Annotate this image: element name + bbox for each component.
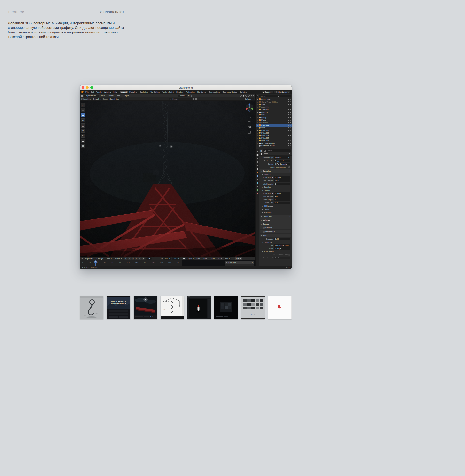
- property-value[interactable]: 800: [274, 195, 290, 198]
- play-button[interactable]: ▶: [135, 257, 138, 260]
- outliner-row[interactable]: Crane Tower_hidden: [255, 101, 292, 103]
- close-button[interactable]: [82, 86, 84, 89]
- property-value[interactable]: GPU Compute: [274, 163, 290, 165]
- workspace-tab[interactable]: Animation: [185, 91, 196, 93]
- outliner-row[interactable]: DCL-Master-Data: [255, 142, 292, 145]
- jump-to-end-button[interactable]: ⇥: [141, 257, 145, 260]
- properties-tab[interactable]: [256, 189, 259, 192]
- disclosure-icon[interactable]: [262, 189, 263, 191]
- move-tool[interactable]: ✥: [81, 113, 85, 117]
- property-row[interactable]: Denoise: [260, 204, 291, 208]
- workspace-tab[interactable]: UV Editing: [149, 91, 161, 93]
- property-value[interactable]: 1.00: [274, 238, 290, 240]
- visibility-toggles[interactable]: [288, 104, 291, 105]
- outliner-filter-icon[interactable]: [278, 96, 279, 97]
- disclosure-icon[interactable]: [261, 235, 262, 236]
- outliner-row[interactable]: Crane Tower: [255, 98, 292, 101]
- properties-tab[interactable]: [256, 182, 259, 185]
- property-checkbox[interactable]: [263, 227, 265, 229]
- property-row[interactable]: Transparent Glass: [260, 253, 291, 256]
- window-titlebar[interactable]: crane.blend: [80, 85, 292, 90]
- property-row[interactable]: Min Samples 0: [260, 182, 291, 186]
- disclosure-icon[interactable]: [261, 231, 262, 232]
- visibility-toggles[interactable]: [288, 145, 291, 146]
- menu-item[interactable]: Node: [217, 257, 223, 260]
- end-frame-field[interactable]: End250: [172, 257, 180, 260]
- property-row[interactable]: Open Shading Lang...: [260, 166, 291, 169]
- properties-tab[interactable]: [256, 185, 259, 188]
- rendered-shading-icon[interactable]: [248, 95, 250, 97]
- blender-logo-icon[interactable]: [81, 91, 84, 93]
- visibility-toggles[interactable]: [288, 114, 291, 115]
- scale-tool[interactable]: ◱: [81, 123, 85, 128]
- options-dropdown[interactable]: Options: [244, 98, 254, 100]
- property-row[interactable]: Advanced: [260, 211, 291, 214]
- properties-tab[interactable]: [256, 178, 259, 181]
- disclosure-icon[interactable]: [261, 219, 262, 221]
- solid-shading-icon[interactable]: [243, 95, 244, 97]
- visibility-toggles[interactable]: [288, 109, 291, 110]
- property-row[interactable]: Viewport: [260, 173, 291, 176]
- menu-item[interactable]: Keying: [96, 257, 104, 260]
- property-row[interactable]: Type Blackman-Harris: [260, 244, 291, 247]
- disclosure-icon[interactable]: [262, 174, 263, 175]
- pin-icon[interactable]: [289, 153, 290, 155]
- disclosure-icon[interactable]: [262, 241, 263, 243]
- properties-search-input[interactable]: [266, 150, 282, 152]
- outliner-row[interactable]: Area.002: [255, 108, 292, 111]
- visibility-toggles[interactable]: [288, 112, 291, 113]
- menu-item[interactable]: Object: [123, 95, 130, 97]
- property-value[interactable]: Supported: [274, 160, 290, 162]
- outliner-row[interactable]: Plane.001: [255, 121, 292, 124]
- expand-icon[interactable]: [257, 145, 258, 147]
- property-row[interactable]: Device GPU Compute: [260, 163, 291, 166]
- outliner-row[interactable]: Area.001: [255, 106, 292, 108]
- playhead[interactable]: 34: [95, 260, 96, 266]
- property-value[interactable]: 1.00 px: [274, 247, 290, 250]
- outliner-search-input[interactable]: [260, 95, 277, 97]
- overlays-toggle-icon[interactable]: [251, 95, 252, 96]
- move-view-icon[interactable]: [248, 121, 250, 123]
- expand-icon[interactable]: [257, 111, 258, 113]
- property-row[interactable]: Volumes: [260, 219, 291, 222]
- select-box-tool[interactable]: ▭: [81, 103, 85, 107]
- property-value[interactable]: 0.0600: [274, 192, 290, 195]
- thumbnail-texture-panel[interactable]: [214, 296, 238, 319]
- annotate-tool[interactable]: ✎: [81, 134, 85, 138]
- menu-item[interactable]: Select: [107, 95, 114, 97]
- viewport-search-input[interactable]: [172, 98, 190, 100]
- outliner-row[interactable]: Point.001: [255, 129, 292, 132]
- viewport-canvas[interactable]: ▭ ✛ ✥ ↻ ◱ ⌖ ✎ ∠ ▦: [80, 101, 255, 256]
- menu-item[interactable]: Render: [95, 91, 103, 93]
- property-checkbox[interactable]: [272, 177, 274, 178]
- property-row[interactable]: Max Samples 1024: [260, 179, 291, 182]
- menu-item[interactable]: File: [85, 91, 90, 93]
- property-row[interactable]: Noise Thresh... 0.0600: [260, 192, 291, 195]
- properties-tab[interactable]: [256, 161, 259, 164]
- workspace-tab[interactable]: Geometry Nodes: [221, 91, 238, 93]
- outliner-row[interactable]: Area: [255, 103, 292, 106]
- play-reverse-button[interactable]: ◀: [131, 257, 134, 260]
- camera-view-icon[interactable]: [248, 126, 251, 128]
- options-hint[interactable]: Options: [91, 266, 98, 268]
- new-material-button[interactable]: New: [235, 257, 242, 260]
- transform-tool[interactable]: ⌖: [81, 129, 85, 133]
- visibility-toggles[interactable]: [288, 138, 291, 139]
- property-value[interactable]: 0: [274, 198, 290, 201]
- property-checkbox[interactable]: [288, 254, 290, 255]
- property-row[interactable]: Lights: [260, 208, 291, 211]
- outliner-row[interactable]: Point: [255, 127, 292, 129]
- expand-icon[interactable]: [257, 134, 258, 136]
- outliner-row[interactable]: Point.005: [255, 139, 292, 142]
- workspace-tab[interactable]: Modeling: [128, 91, 138, 93]
- expand-icon[interactable]: [257, 124, 258, 126]
- expand-icon[interactable]: [257, 106, 258, 108]
- menu-item[interactable]: Add: [116, 95, 121, 97]
- properties-search-box[interactable]: [263, 149, 291, 152]
- expand-icon[interactable]: [257, 140, 258, 142]
- property-row[interactable]: Light Paths: [260, 215, 291, 218]
- add-cube-tool[interactable]: ▦: [81, 144, 85, 148]
- property-row[interactable]: Min Samples 0: [260, 198, 291, 201]
- properties-tab[interactable]: [256, 154, 259, 156]
- visibility-toggles[interactable]: [288, 133, 291, 134]
